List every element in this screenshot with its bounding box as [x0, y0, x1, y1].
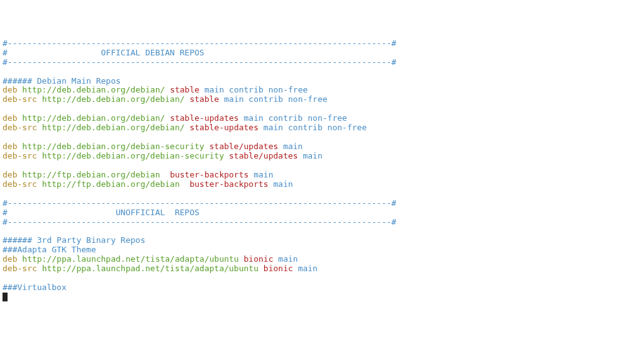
keyword-debsrc: deb-src — [3, 123, 42, 132]
comment-separator: #---------------------------------------… — [3, 38, 396, 48]
section-title-adapta: ###Adapta GTK Theme — [3, 245, 96, 254]
components: main — [253, 170, 273, 179]
repo-url: http://deb.debian.org/debian/ — [22, 85, 170, 94]
suite-stable-slash-updates: stable/updates — [209, 142, 283, 151]
keyword-deb: deb — [3, 170, 22, 179]
keyword-debsrc: deb-src — [3, 151, 42, 160]
keyword-deb: deb — [3, 85, 22, 94]
components: main contrib non-free — [224, 94, 327, 104]
section-title-main: ###### Debian Main Repos — [3, 76, 121, 86]
repo-url: http://deb.debian.org/debian/ — [42, 94, 190, 104]
text-cursor — [3, 293, 8, 301]
suite-stable-updates: stable-updates — [170, 113, 243, 123]
suite-stable: stable — [189, 94, 224, 104]
components: main contrib non-free — [264, 123, 367, 132]
suite-bionic: bionic — [264, 264, 298, 273]
components: main — [283, 142, 303, 151]
comment-header-unofficial: # UNOFFICIAL REPOS — [3, 208, 199, 217]
suite-stable-slash-updates: stable/updates — [229, 151, 303, 160]
repo-url: http://deb.debian.org/debian/ — [42, 123, 190, 132]
repo-url-ppa: http://ppa.launchpad.net/tista/adapta/ub… — [22, 254, 243, 264]
suite-buster-backports: buster-backports — [189, 179, 273, 189]
components: main — [278, 254, 297, 264]
comment-separator: #---------------------------------------… — [3, 57, 396, 67]
suite-buster-backports: buster-backports — [170, 170, 253, 179]
repo-url-security: http://deb.debian.org/debian-security — [42, 151, 229, 160]
components: main contrib non-free — [204, 85, 308, 94]
keyword-debsrc: deb-src — [3, 264, 42, 273]
repo-url-ftp: http://ftp.debian.org/debian — [22, 170, 165, 179]
repo-url: http://deb.debian.org/debian/ — [22, 113, 170, 123]
components: main — [274, 179, 293, 189]
suite-stable-updates: stable-updates — [189, 123, 263, 132]
components: main — [298, 264, 318, 273]
keyword-deb: deb — [3, 113, 22, 123]
keyword-deb: deb — [3, 254, 22, 264]
keyword-deb: deb — [3, 142, 22, 151]
repo-url-ppa: http://ppa.launchpad.net/tista/adapta/ub… — [42, 264, 264, 273]
suite-bionic: bionic — [244, 254, 279, 264]
components: main — [303, 151, 322, 160]
comment-header-official: # OFFICIAL DEBIAN REPOS — [3, 48, 303, 57]
repo-url-security: http://deb.debian.org/debian-security — [22, 142, 209, 151]
repo-url-ftp: http://ftp.debian.org/debian — [42, 179, 185, 189]
section-title-virtualbox: ###Virtualbox — [3, 283, 67, 292]
editor-content[interactable]: #---------------------------------------… — [3, 39, 641, 302]
comment-separator: #---------------------------------------… — [3, 217, 396, 227]
keyword-debsrc: deb-src — [3, 94, 42, 104]
section-title-3rdparty: ###### 3rd Party Binary Repos — [3, 235, 145, 245]
components: main contrib non-free — [244, 113, 347, 123]
keyword-debsrc: deb-src — [3, 179, 42, 189]
suite-stable: stable — [170, 85, 204, 94]
comment-separator: #---------------------------------------… — [3, 198, 396, 208]
